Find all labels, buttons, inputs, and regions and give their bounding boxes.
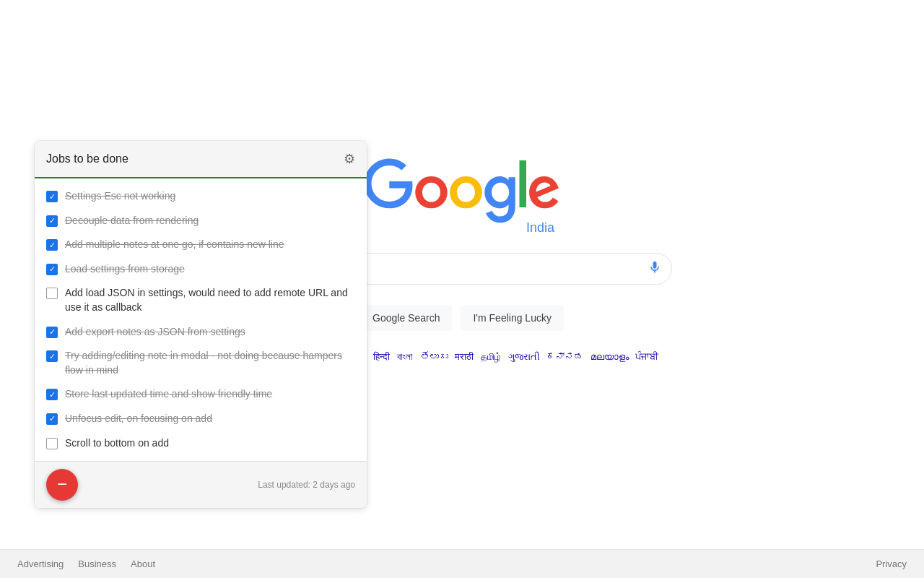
google-search-button[interactable]: Google Search [360, 305, 452, 331]
checkbox-2[interactable] [46, 215, 58, 227]
search-buttons: Google Search I'm Feeling Lucky [360, 305, 564, 331]
checkbox-1[interactable] [46, 191, 58, 202]
todo-item-2: Decouple data from rendering [35, 209, 367, 233]
todo-item-4: Load settings from storage [35, 257, 367, 282]
lang-gujarati[interactable]: ગુજરાતી [508, 351, 540, 362]
lang-kannada[interactable]: ಕನ್ನಡ [546, 351, 583, 362]
todo-item-7: Try adding/editing note in modal - not d… [35, 344, 367, 382]
todo-header: Jobs to be done ⚙ [35, 141, 367, 178]
todo-title: Jobs to be done [46, 152, 128, 165]
lang-bengali[interactable]: বাংলা [397, 351, 413, 362]
mic-icon[interactable] [648, 260, 662, 277]
todo-item-8: Store last updated time and show friendl… [35, 382, 367, 407]
checkbox-3[interactable] [46, 239, 58, 251]
google-logo [364, 158, 560, 228]
todo-text-9: Unfocus edit, on focusing on add [65, 412, 212, 426]
todo-item-9: Unfocus edit, on focusing on add [35, 407, 367, 431]
checkbox-9[interactable] [46, 413, 58, 425]
todo-item-10: Scroll to bottom on add [35, 431, 367, 456]
google-footer: Advertising Business About Privacy [0, 549, 924, 578]
footer-right: Privacy [876, 558, 907, 569]
google-logo-container: India [364, 158, 560, 236]
lang-telugu[interactable]: తెలుగు [420, 351, 448, 362]
todo-text-1: Settings Esc not working [65, 189, 175, 204]
todo-footer: − Last updated: 2 days ago [35, 461, 367, 508]
todo-item-6: Add export notes as JSON from settings [35, 320, 367, 345]
checkbox-7[interactable] [46, 350, 58, 362]
todo-item-5: Add load JSON in settings, would need to… [35, 281, 367, 319]
footer-business[interactable]: Business [78, 558, 116, 569]
checkbox-8[interactable] [46, 389, 58, 400]
todo-widget: Jobs to be done ⚙ Settings Esc not worki… [35, 141, 367, 508]
im-feeling-lucky-button[interactable]: I'm Feeling Lucky [461, 305, 564, 331]
todo-text-10: Scroll to bottom on add [65, 436, 169, 451]
todo-text-7: Try adding/editing note in modal - not d… [65, 349, 355, 377]
settings-gear-icon[interactable]: ⚙ [344, 151, 355, 167]
checkbox-4[interactable] [46, 264, 58, 275]
checkbox-10[interactable] [46, 438, 58, 449]
footer-left: Advertising Business About [17, 558, 155, 569]
lang-punjabi[interactable]: ਪੰਜਾਬੀ [635, 351, 658, 362]
todo-item-1: Settings Esc not working [35, 184, 367, 209]
footer-advertising[interactable]: Advertising [17, 558, 64, 569]
todo-text-6: Add export notes as JSON from settings [65, 325, 245, 340]
todo-text-4: Load settings from storage [65, 262, 185, 277]
todo-text-3: Add multiple notes at one go, if contain… [65, 238, 284, 252]
lang-tamil[interactable]: தமிழ் [481, 351, 501, 362]
lang-malayalam[interactable]: മലയാളം [590, 351, 629, 362]
todo-list: Settings Esc not working Decouple data f… [35, 178, 367, 461]
footer-about[interactable]: About [131, 558, 155, 569]
add-remove-button[interactable]: − [46, 469, 78, 501]
footer-privacy[interactable]: Privacy [876, 558, 907, 569]
checkbox-5[interactable] [46, 288, 58, 299]
last-updated-text: Last updated: 2 days ago [258, 480, 355, 490]
todo-text-5: Add load JSON in settings, would need to… [65, 286, 355, 314]
minus-icon: − [57, 475, 67, 493]
todo-text-8: Store last updated time and show friendl… [65, 387, 272, 402]
lang-marathi[interactable]: मराठी [455, 351, 474, 362]
todo-text-2: Decouple data from rendering [65, 214, 199, 228]
checkbox-6[interactable] [46, 327, 58, 338]
lang-hindi[interactable]: हिन्दी [373, 351, 390, 362]
todo-item-3: Add multiple notes at one go, if contain… [35, 233, 367, 257]
